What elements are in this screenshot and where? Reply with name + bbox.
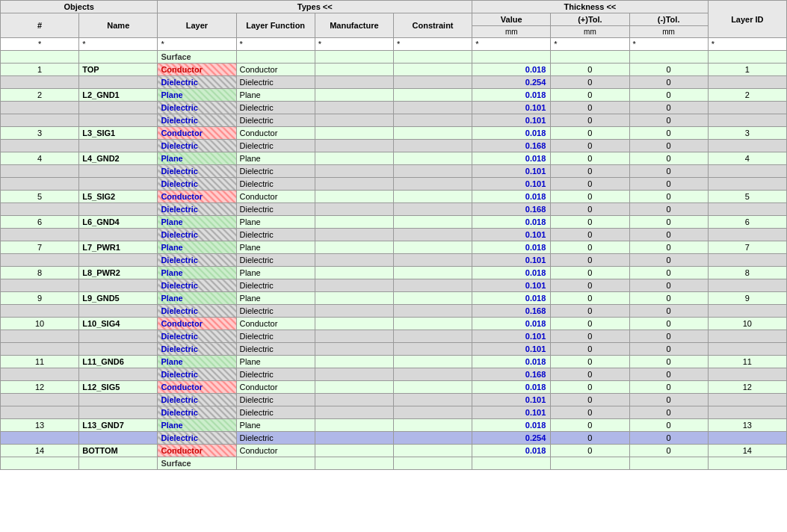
row-constraint bbox=[393, 343, 472, 356]
table-row[interactable]: DielectricDielectric0.10100 bbox=[1, 406, 787, 419]
table-row[interactable]: DielectricDielectric0.16800 bbox=[1, 368, 787, 381]
row-plus: 0 bbox=[551, 191, 629, 203]
row-num: 12 bbox=[1, 381, 79, 394]
row-value: 0.018 bbox=[472, 89, 551, 102]
row-constraint bbox=[393, 51, 472, 64]
row-name bbox=[79, 203, 158, 216]
table-row[interactable]: DielectricDielectric0.10100 bbox=[1, 178, 787, 191]
row-num bbox=[1, 114, 79, 127]
row-num bbox=[1, 457, 79, 470]
table-row[interactable]: 9L9_GND5PlanePlane0.018009 bbox=[1, 292, 787, 305]
row-value: 0.254 bbox=[472, 432, 551, 445]
row-plus: 0 bbox=[551, 76, 629, 89]
row-num: 7 bbox=[1, 241, 79, 254]
row-layerid: 7 bbox=[708, 241, 786, 254]
row-num bbox=[1, 76, 79, 89]
table-row[interactable]: DielectricDielectric0.16800 bbox=[1, 305, 787, 318]
table-row[interactable]: DielectricDielectric0.16800 bbox=[1, 140, 787, 152]
table-row[interactable]: DielectricDielectric0.10100 bbox=[1, 165, 787, 178]
row-value: 0.018 bbox=[472, 356, 551, 368]
row-manufacture bbox=[315, 305, 393, 318]
row-plus: 0 bbox=[551, 356, 629, 368]
row-num bbox=[1, 406, 79, 419]
row-layerfunc bbox=[236, 51, 315, 64]
row-plus: 0 bbox=[551, 381, 629, 394]
row-num bbox=[1, 305, 79, 318]
row-layer: Dielectric bbox=[158, 432, 236, 445]
table-row[interactable]: 3L3_SIG1ConductorConductor0.018003 bbox=[1, 127, 787, 140]
row-layerid bbox=[708, 343, 786, 356]
row-layerfunc: Dielectric bbox=[236, 76, 315, 89]
table-row[interactable]: 13L13_GND7PlanePlane0.0180013 bbox=[1, 419, 787, 432]
table-row[interactable]: DielectricDielectric0.16800 bbox=[1, 203, 787, 216]
table-row[interactable]: 12L12_SIG5ConductorConductor0.0180012 bbox=[1, 381, 787, 394]
row-num bbox=[1, 51, 79, 64]
row-constraint bbox=[393, 254, 472, 267]
table-row[interactable]: 1TOPConductorConductor0.018001 bbox=[1, 64, 787, 76]
table-row[interactable]: 4L4_GND2PlanePlane0.018004 bbox=[1, 152, 787, 165]
row-layer: Dielectric bbox=[158, 343, 236, 356]
table-row[interactable]: DielectricDielectric0.25400 bbox=[1, 76, 787, 89]
row-minus: 0 bbox=[629, 394, 708, 406]
row-value: 0.018 bbox=[472, 216, 551, 229]
row-name: L2_GND1 bbox=[79, 89, 158, 102]
row-layer: Dielectric bbox=[158, 406, 236, 419]
row-minus: 0 bbox=[629, 191, 708, 203]
table-row[interactable]: 11L11_GND6PlanePlane0.0180011 bbox=[1, 356, 787, 368]
row-constraint bbox=[393, 406, 472, 419]
table-row[interactable]: DielectricDielectric0.25400 bbox=[1, 432, 787, 445]
wildcard-layerfunc: * bbox=[236, 38, 315, 51]
row-name bbox=[79, 114, 158, 127]
row-name bbox=[79, 165, 158, 178]
table-row[interactable]: 2L2_GND1PlanePlane0.018002 bbox=[1, 89, 787, 102]
table-row[interactable]: 10L10_SIG4ConductorConductor0.0180010 bbox=[1, 318, 787, 330]
table-row[interactable]: 14BOTTOMConductorConductor0.0180014 bbox=[1, 445, 787, 457]
row-num: 11 bbox=[1, 356, 79, 368]
row-layerfunc: Conductor bbox=[236, 64, 315, 76]
row-name bbox=[79, 330, 158, 343]
row-name: L4_GND2 bbox=[79, 152, 158, 165]
row-name bbox=[79, 140, 158, 152]
row-minus: 0 bbox=[629, 381, 708, 394]
table-row[interactable]: DielectricDielectric0.10100 bbox=[1, 102, 787, 114]
row-plus: 0 bbox=[551, 89, 629, 102]
table-row[interactable]: Surface bbox=[1, 51, 787, 64]
table-row[interactable]: 6L6_GND4PlanePlane0.018006 bbox=[1, 216, 787, 229]
row-name bbox=[79, 76, 158, 89]
manufacture-header: Manufacture bbox=[315, 13, 393, 38]
table-row[interactable]: Surface bbox=[1, 457, 787, 470]
row-layer: Surface bbox=[158, 51, 236, 64]
table-row[interactable]: DielectricDielectric0.10100 bbox=[1, 254, 787, 267]
row-layerid bbox=[708, 457, 786, 470]
row-layerfunc: Conductor bbox=[236, 318, 315, 330]
table-row[interactable]: 8L8_PWR2PlanePlane0.018008 bbox=[1, 267, 787, 279]
table-row[interactable]: DielectricDielectric0.10100 bbox=[1, 279, 787, 292]
row-layerid: 13 bbox=[708, 419, 786, 432]
row-layerfunc: Dielectric bbox=[236, 229, 315, 241]
table-row[interactable]: DielectricDielectric0.10100 bbox=[1, 330, 787, 343]
row-name: L3_SIG1 bbox=[79, 127, 158, 140]
num-header: # bbox=[1, 13, 79, 38]
row-layerid: 11 bbox=[708, 356, 786, 368]
row-constraint bbox=[393, 102, 472, 114]
row-layerfunc: Plane bbox=[236, 241, 315, 254]
row-plus: 0 bbox=[551, 343, 629, 356]
row-minus: 0 bbox=[629, 241, 708, 254]
row-manufacture bbox=[315, 279, 393, 292]
row-name: L10_SIG4 bbox=[79, 318, 158, 330]
table-row[interactable]: DielectricDielectric0.10100 bbox=[1, 114, 787, 127]
row-plus: 0 bbox=[551, 445, 629, 457]
row-name: L5_SIG2 bbox=[79, 191, 158, 203]
row-value: 0.254 bbox=[472, 76, 551, 89]
table-row[interactable]: DielectricDielectric0.10100 bbox=[1, 343, 787, 356]
table-row[interactable]: DielectricDielectric0.10100 bbox=[1, 229, 787, 241]
row-plus bbox=[551, 51, 629, 64]
table-row[interactable]: 7L7_PWR1PlanePlane0.018007 bbox=[1, 241, 787, 254]
row-value: 0.018 bbox=[472, 419, 551, 432]
table-row[interactable]: DielectricDielectric0.10100 bbox=[1, 394, 787, 406]
row-layerfunc: Dielectric bbox=[236, 114, 315, 127]
row-manufacture bbox=[315, 114, 393, 127]
table-row[interactable]: 5L5_SIG2ConductorConductor0.018005 bbox=[1, 191, 787, 203]
row-plus: 0 bbox=[551, 203, 629, 216]
row-constraint bbox=[393, 203, 472, 216]
